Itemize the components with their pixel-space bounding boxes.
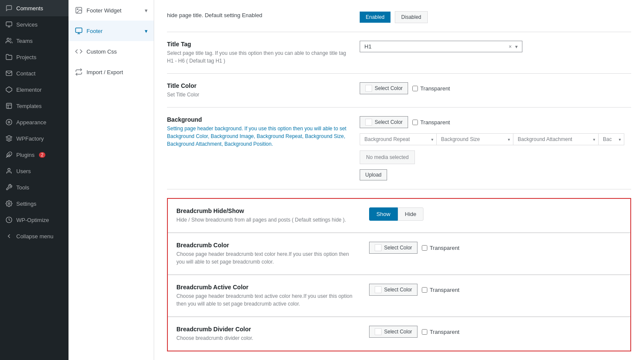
sidebar-item-collapse[interactable]: Collapse menu [0, 228, 69, 244]
sidebar-item-wpoptimize[interactable]: WP-Optimize [0, 212, 69, 228]
background-color-select-btn[interactable]: Select Color [360, 116, 408, 128]
sidebar-label-templates: Templates [16, 103, 42, 109]
sidebar-label-appearance: Appearance [16, 119, 46, 126]
background-attachment-dropdown[interactable]: Background Attachment [513, 133, 599, 145]
breadcrumb-divider-color-heading: Breadcrumb Divider Color [176, 326, 356, 333]
svg-point-8 [6, 119, 12, 125]
breadcrumb-divider-color-transparent-label: Transparent [422, 329, 459, 335]
sidebar-label-wpoptimize: WP-Optimize [16, 217, 49, 223]
import-icon [75, 68, 83, 76]
sidebar-item-comments[interactable]: Comments [0, 0, 69, 16]
sidebar-item-contact[interactable]: Contact [0, 65, 69, 81]
breadcrumb-active-color-select-label: Select Color [384, 287, 412, 293]
title-tag-description: Select page title tag. If you use this o… [167, 49, 347, 65]
background-color-swatch [365, 119, 372, 126]
sidebar-item-elementor[interactable]: Elementor [0, 81, 69, 98]
breadcrumb-hide-button[interactable]: Hide [398, 207, 424, 221]
title-color-transparent-checkbox[interactable] [412, 86, 418, 91]
breadcrumb-toggle-group: Show Hide [369, 207, 423, 221]
title-tag-value: H1 [364, 43, 372, 50]
background-position-dropdown[interactable]: Bac [598, 133, 624, 145]
breadcrumb-color-select-label: Select Color [384, 245, 412, 251]
comments-icon [5, 4, 13, 12]
breadcrumb-color-transparent-checkbox[interactable] [422, 245, 427, 251]
sidebar-label-collapse: Collapse menu [16, 233, 54, 240]
sidebar-item-projects[interactable]: Projects [0, 49, 69, 65]
background-color-select-label: Select Color [375, 119, 402, 125]
background-transparent-label: Transparent [412, 119, 450, 126]
sidebar-item-wpfactory[interactable]: WPFactory [0, 130, 69, 147]
sidebar-item-tools[interactable]: Tools [0, 179, 69, 195]
breadcrumb-color-select-btn[interactable]: Select Color [369, 242, 417, 254]
sidebar-item-teams[interactable]: Teams [0, 33, 69, 49]
sidebar-item-services[interactable]: Services [0, 16, 69, 33]
page-title-controls: Enabled Disabled [360, 11, 631, 23]
breadcrumb-show-button[interactable]: Show [369, 207, 398, 221]
breadcrumb-active-color-transparent-label: Transparent [422, 287, 459, 293]
svg-marker-4 [6, 87, 12, 92]
breadcrumb-active-color-row: Breadcrumb Active Color Choose page head… [168, 275, 630, 317]
breadcrumb-active-color-swatch [375, 286, 382, 293]
background-description: Setting page header background. If you u… [167, 125, 347, 148]
sub-sidebar-label-footer: Footer [86, 28, 103, 34]
breadcrumb-color-heading: Breadcrumb Color [176, 242, 356, 249]
breadcrumb-divider-color-transparent-checkbox[interactable] [422, 329, 427, 335]
page-title-text: hide page title. Default setting Enabled [167, 11, 347, 20]
breadcrumb-divider-color-select-btn[interactable]: Select Color [369, 326, 417, 338]
sidebar-item-users[interactable]: Users [0, 163, 69, 179]
sub-sidebar-custom-css[interactable]: Custom Css [69, 41, 154, 62]
background-transparent-text: Transparent [420, 119, 450, 126]
breadcrumb-divider-color-label-area: Breadcrumb Divider Color Choose breadcru… [176, 326, 356, 342]
breadcrumb-divider-color-description: Choose breadcrumb divider color. [176, 334, 356, 342]
title-tag-select-field[interactable]: H1 × ▾ [360, 41, 522, 52]
breadcrumb-color-description: Choose page header breadcrumb text color… [176, 250, 356, 266]
title-tag-clear[interactable]: × [509, 44, 512, 50]
title-color-swatch [365, 85, 372, 92]
title-tag-heading: Title Tag [167, 41, 347, 48]
projects-icon [5, 53, 13, 61]
sidebar-item-plugins[interactable]: Plugins 2 [0, 147, 69, 163]
background-label-area: Background Setting page header backgroun… [167, 116, 347, 148]
templates-icon [5, 102, 13, 110]
sub-sidebar-footer-widget[interactable]: Footer Widget ▾ [69, 0, 154, 21]
sub-sidebar-label-custom-css: Custom Css [86, 48, 117, 55]
svg-point-12 [8, 168, 10, 171]
footer-widget-arrow: ▾ [145, 7, 148, 14]
breadcrumb-divider-color-select-label: Select Color [384, 329, 412, 335]
sidebar-item-templates[interactable]: Templates [0, 98, 69, 114]
breadcrumb-active-color-select-btn[interactable]: Select Color [369, 284, 417, 296]
breadcrumb-active-color-transparent-text: Transparent [429, 287, 459, 293]
breadcrumb-color-controls: Select Color Transparent [369, 242, 622, 254]
svg-rect-5 [6, 103, 12, 108]
sidebar-label-teams: Teams [16, 38, 33, 44]
breadcrumb-divider-color-row: Breadcrumb Divider Color Choose breadcru… [168, 317, 630, 351]
main-content: hide page title. Default setting Enabled… [154, 0, 644, 360]
sidebar-label-projects: Projects [16, 54, 36, 60]
breadcrumb-color-label-area: Breadcrumb Color Choose page header brea… [176, 242, 356, 266]
breadcrumb-hide-show-label-area: Breadcrumb Hide/Show Hide / Show breadcr… [176, 207, 356, 224]
title-color-row: Title Color Set Title Color Select Color… [167, 74, 631, 108]
sidebar-item-appearance[interactable]: Appearance [0, 114, 69, 130]
title-color-select-btn[interactable]: Select Color [360, 82, 408, 94]
contact-icon [5, 69, 13, 77]
sub-sidebar-import-export[interactable]: Import / Export [69, 62, 154, 82]
plugins-badge: 2 [39, 152, 46, 158]
widget-icon [75, 6, 83, 15]
svg-point-13 [8, 203, 10, 204]
sub-sidebar-footer[interactable]: Footer ▾ [69, 21, 154, 41]
title-color-controls: Select Color Transparent [360, 82, 631, 94]
sidebar-label-elementor: Elementor [16, 87, 42, 93]
sidebar-item-settings[interactable]: Settings [0, 195, 69, 212]
disabled-button[interactable]: Disabled [395, 11, 428, 23]
background-transparent-checkbox[interactable] [412, 120, 418, 125]
services-icon [5, 21, 13, 28]
background-size-dropdown[interactable]: Background Size [436, 133, 513, 145]
upload-button[interactable]: Upload [360, 169, 387, 180]
sidebar-label-services: Services [16, 21, 38, 28]
breadcrumb-hide-show-row: Breadcrumb Hide/Show Hide / Show breadcr… [168, 199, 630, 233]
background-repeat-dropdown[interactable]: Background Repeat [360, 133, 437, 145]
enabled-button[interactable]: Enabled [360, 12, 391, 23]
title-tag-arrow-icon: ▾ [515, 44, 518, 50]
appearance-icon [5, 118, 13, 126]
breadcrumb-active-color-transparent-checkbox[interactable] [422, 287, 427, 293]
